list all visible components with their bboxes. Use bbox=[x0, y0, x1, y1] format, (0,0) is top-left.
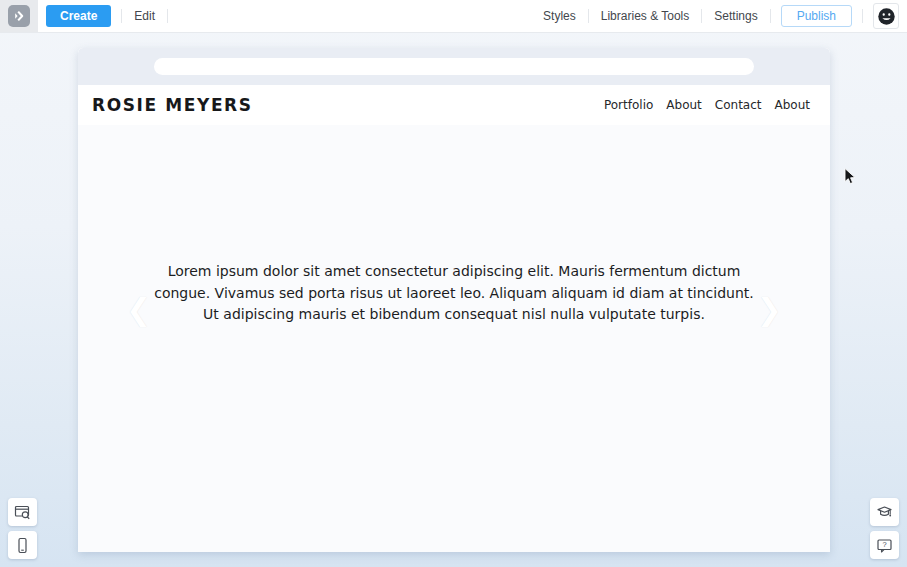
mouse-cursor bbox=[844, 168, 857, 190]
nav-item-contact[interactable]: Contact bbox=[715, 98, 762, 112]
app-logo[interactable] bbox=[0, 0, 38, 32]
edit-menu[interactable]: Edit bbox=[132, 9, 157, 23]
styles-menu[interactable]: Styles bbox=[541, 9, 578, 23]
site-header[interactable]: ROSIE MEYERS Portfolio About Contact Abo… bbox=[78, 85, 830, 125]
settings-menu[interactable]: Settings bbox=[712, 9, 759, 23]
account-avatar-button[interactable] bbox=[873, 3, 899, 29]
toolbar-divider bbox=[167, 9, 168, 23]
top-toolbar: Create Edit Styles Libraries & Tools Set… bbox=[0, 0, 907, 33]
nav-item-portfolio[interactable]: Portfolio bbox=[604, 98, 653, 112]
svg-text:?: ? bbox=[882, 540, 886, 549]
publish-button[interactable]: Publish bbox=[781, 5, 852, 27]
site-body-section[interactable]: ❮ Lorem ipsum dolor sit amet consectetur… bbox=[78, 125, 830, 552]
toolbar-divider bbox=[770, 9, 771, 23]
help-chat-icon: ? bbox=[876, 537, 893, 554]
browser-chrome-bar bbox=[78, 48, 830, 85]
create-button[interactable]: Create bbox=[46, 5, 111, 27]
mobile-preview-icon bbox=[14, 537, 31, 554]
carousel-next-icon[interactable]: ❯ bbox=[757, 293, 782, 327]
help-button[interactable]: ? bbox=[870, 531, 899, 559]
libraries-tools-menu[interactable]: Libraries & Tools bbox=[599, 9, 692, 23]
smiley-face-icon bbox=[877, 7, 896, 26]
browser-url-bar[interactable] bbox=[154, 58, 754, 75]
site-nav: Portfolio About Contact About bbox=[604, 98, 810, 112]
site-editor-canvas: ROSIE MEYERS Portfolio About Contact Abo… bbox=[78, 48, 830, 552]
nav-item-about[interactable]: About bbox=[666, 98, 701, 112]
learning-center-button[interactable] bbox=[870, 498, 899, 526]
site-preview-button[interactable] bbox=[8, 498, 37, 526]
toolbar-divider bbox=[862, 9, 863, 23]
toolbar-divider bbox=[588, 9, 589, 23]
site-paragraph[interactable]: Lorem ipsum dolor sit amet consectetur a… bbox=[149, 261, 759, 552]
toolbar-divider bbox=[121, 9, 122, 23]
mobile-preview-button[interactable] bbox=[8, 531, 37, 559]
toolbar-divider bbox=[701, 9, 702, 23]
site-preview-search-icon bbox=[14, 504, 31, 521]
carousel-prev-icon[interactable]: ❮ bbox=[126, 293, 151, 327]
site-title[interactable]: ROSIE MEYERS bbox=[92, 95, 253, 115]
app-logo-icon bbox=[8, 5, 30, 27]
learning-cap-icon bbox=[876, 504, 893, 521]
nav-item-about-2[interactable]: About bbox=[775, 98, 810, 112]
